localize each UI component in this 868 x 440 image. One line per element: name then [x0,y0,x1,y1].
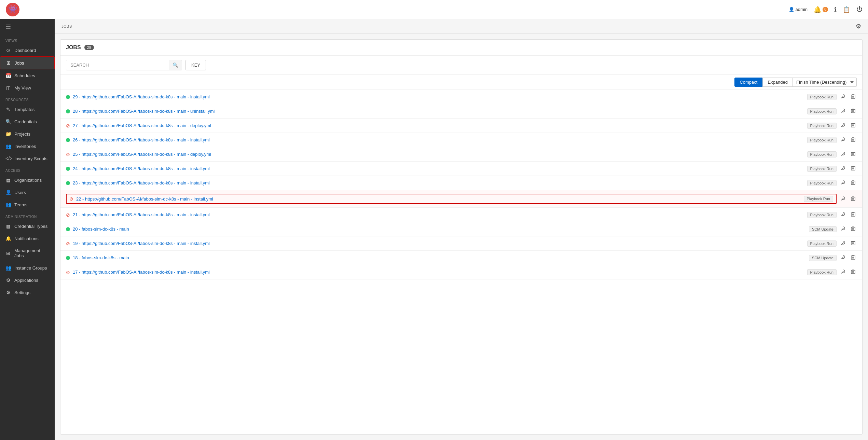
job-launch-btn-18[interactable] [839,254,847,261]
job-name-28[interactable]: 28 - https://github.com/FabOS-AI/fabos-s… [73,109,804,114]
clipboard-btn[interactable]: 📋 [843,6,850,13]
sidebar-item-organizations[interactable]: ▦Organizations [0,174,55,186]
job-name-22[interactable]: 22 - https://github.com/FabOS-AI/fabos-s… [76,196,801,202]
job-row: ⊘17 - https://github.com/FabOS-AI/fabos-… [60,265,862,279]
job-launch-btn-19[interactable] [839,240,847,247]
job-delete-btn-29[interactable] [850,93,857,100]
job-delete-btn-19[interactable] [850,240,857,247]
job-status-21: ⊘ [66,213,70,217]
sidebar-item-credential-types[interactable]: ▦Credential Types [0,220,55,232]
job-delete-btn-24[interactable] [850,165,857,172]
job-info-19: ⊘19 - https://github.com/FabOS-AI/fabos-… [66,240,837,247]
job-launch-btn-29[interactable] [839,93,847,100]
job-name-21[interactable]: 21 - https://github.com/FabOS-AI/fabos-s… [73,212,804,217]
job-info-17: ⊘17 - https://github.com/FabOS-AI/fabos-… [66,269,837,275]
job-launch-btn-21[interactable] [839,211,847,218]
job-name-24[interactable]: 24 - https://github.com/FabOS-AI/fabos-s… [73,166,804,171]
job-name-29[interactable]: 29 - https://github.com/FabOS-AI/fabos-s… [73,94,804,99]
job-launch-btn-24[interactable] [839,165,847,172]
job-launch-btn-17[interactable] [839,269,847,276]
job-delete-btn-27[interactable] [850,122,857,129]
job-name-19[interactable]: 19 - https://github.com/FabOS-AI/fabos-s… [73,241,804,246]
job-info-24: 24 - https://github.com/FabOS-AI/fabos-s… [66,166,837,172]
job-name-23[interactable]: 23 - https://github.com/FabOS-AI/fabos-s… [73,180,804,185]
top-header: 👾 👤 admin 🔔 0 ℹ 📋 ⏻ [0,0,868,19]
sort-select[interactable]: Finish Time (Descending)Finish Time (Asc… [793,78,857,87]
sidebar-item-dashboard[interactable]: ⊙Dashboard [0,44,55,56]
sidebar-item-teams[interactable]: 👥Teams [0,198,55,211]
compact-view-btn[interactable]: Compact [734,78,762,87]
job-tag-21: Playbook Run [807,212,837,218]
sidebar-item-management-jobs[interactable]: ⊞Management Jobs [0,245,55,262]
teams-icon: 👥 [5,202,11,207]
view-controls: Compact Expanded Finish Time (Descending… [60,75,862,90]
job-delete-btn-18[interactable] [850,254,857,261]
sidebar-item-users[interactable]: 👤Users [0,186,55,198]
job-delete-btn-22[interactable] [850,195,857,203]
sidebar-item-inventory-scripts[interactable]: </>Inventory Scripts [0,152,55,165]
search-input[interactable] [66,60,169,70]
job-tag-25: Playbook Run [807,151,837,157]
jobs-panel: JOBS 29 🔍 KEY Compact Expanded Finish Ti… [60,39,863,435]
job-delete-btn-20[interactable] [850,225,857,233]
job-name-20[interactable]: 20 - fabos-slm-dc-k8s - main [73,226,806,232]
sidebar-item-dashboard-label: Dashboard [14,48,36,53]
svg-rect-17 [851,167,855,170]
info-btn[interactable]: ℹ [834,6,837,13]
sidebar-item-credentials[interactable]: 🔍Credentials [0,115,55,128]
sidebar-item-credentials-label: Credentials [14,119,37,124]
job-launch-btn-20[interactable] [839,225,847,233]
svg-rect-35 [851,256,855,259]
job-launch-btn-28[interactable] [839,108,847,115]
job-delete-btn-26[interactable] [850,136,857,143]
expanded-view-btn[interactable]: Expanded [762,78,793,87]
job-name-26[interactable]: 26 - https://github.com/FabOS-AI/fabos-s… [73,137,804,142]
power-btn[interactable]: ⏻ [856,6,863,13]
job-delete-btn-28[interactable] [850,108,857,115]
svg-rect-20 [851,181,855,184]
breadcrumb: JOBS [61,24,72,28]
job-launch-btn-23[interactable] [839,179,847,187]
search-button[interactable]: 🔍 [169,60,182,70]
job-actions-17 [839,269,857,276]
job-status-27: ⊘ [66,124,70,128]
jobs-toolbar: 🔍 KEY [60,56,862,75]
key-button[interactable]: KEY [185,60,206,70]
hamburger-btn[interactable]: ☰ [0,19,55,35]
sidebar-item-projects[interactable]: 📁Projects [0,128,55,140]
sidebar-section-views: VIEWS [0,35,55,44]
job-name-18[interactable]: 18 - fabos-slm-dc-k8s - main [73,255,806,260]
sidebar-item-my-view[interactable]: ◫My View [0,82,55,94]
job-row: 24 - https://github.com/FabOS-AI/fabos-s… [60,162,862,176]
sidebar-item-inventories[interactable]: 👥Inventories [0,140,55,152]
job-launch-btn-25[interactable] [839,151,847,158]
header-right: 👤 admin 🔔 0 ℹ 📋 ⏻ [789,6,863,13]
sidebar-item-applications[interactable]: ⚙Applications [0,274,55,286]
job-delete-btn-21[interactable] [850,211,857,218]
job-name-17[interactable]: 17 - https://github.com/FabOS-AI/fabos-s… [73,270,804,275]
job-launch-btn-22[interactable] [839,195,847,203]
job-delete-btn-25[interactable] [850,151,857,158]
job-name-25[interactable]: 25 - https://github.com/FabOS-AI/fabos-s… [73,152,804,157]
sidebar-item-settings[interactable]: ⚙Settings [0,286,55,299]
sidebar-item-schedules[interactable]: 📅Schedules [0,69,55,82]
notifications-btn[interactable]: 🔔 0 [814,6,828,13]
sidebar-item-notifications[interactable]: 🔔Notifications [0,232,55,245]
page-settings-icon[interactable]: ⚙ [856,23,862,30]
job-actions-25 [839,151,857,158]
job-launch-btn-26[interactable] [839,136,847,143]
job-status-17: ⊘ [66,270,70,274]
user-menu[interactable]: 👤 admin [789,7,808,12]
job-delete-btn-23[interactable] [850,179,857,187]
templates-icon: ✎ [5,107,11,112]
sidebar-item-templates[interactable]: ✎Templates [0,103,55,115]
svg-rect-11 [851,138,855,141]
inventories-icon: 👥 [5,143,11,149]
users-icon: 👤 [5,190,11,195]
sidebar-item-jobs[interactable]: ⊞Jobs [0,56,55,69]
job-delete-btn-17[interactable] [850,269,857,276]
job-launch-btn-27[interactable] [839,122,847,129]
job-name-27[interactable]: 27 - https://github.com/FabOS-AI/fabos-s… [73,123,804,128]
job-status-19: ⊘ [66,242,70,246]
sidebar-item-instance-groups[interactable]: 👥Instance Groups [0,262,55,274]
